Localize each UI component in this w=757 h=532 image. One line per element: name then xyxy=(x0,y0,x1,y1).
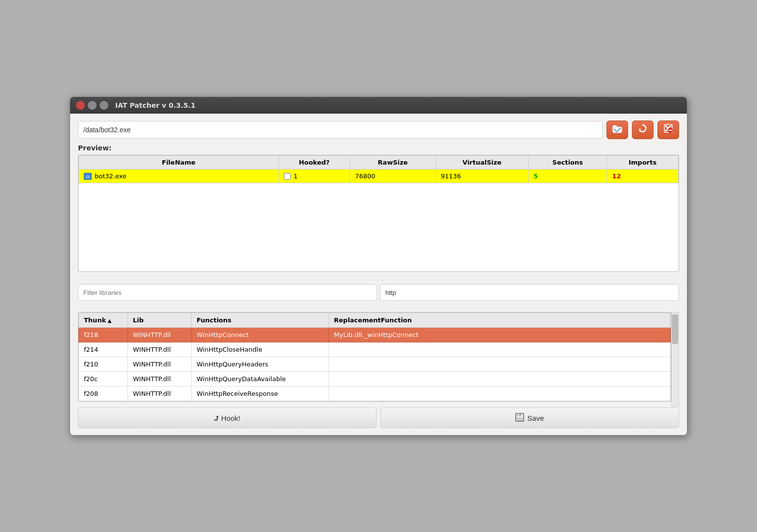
cell-replacement xyxy=(329,372,671,387)
functions-table: Thunk Lib Functions ReplacementFunction … xyxy=(78,313,671,401)
close-file-button[interactable] xyxy=(657,121,679,139)
cell-replacement xyxy=(329,387,671,401)
cell-lib: WINHTTP.dll xyxy=(128,357,192,372)
cell-replacement xyxy=(329,342,671,357)
functions-table-container: Thunk Lib Functions ReplacementFunction … xyxy=(78,312,671,402)
hook-button[interactable]: J Hook! xyxy=(78,408,377,428)
maximize-window-button[interactable] xyxy=(100,101,108,110)
table-row[interactable]: f210WINHTTP.dllWinHttpQueryHeaders xyxy=(79,357,671,372)
hook-label: Hook! xyxy=(221,414,240,422)
table-row[interactable]: 🗂bot32.exe 17680091136512 xyxy=(79,169,679,183)
cell-filename: 🗂bot32.exe xyxy=(79,169,279,183)
reload-button[interactable] xyxy=(632,121,654,139)
filter-functions-input[interactable] xyxy=(380,284,679,301)
functions-scroll-area: Thunk Lib Functions ReplacementFunction … xyxy=(78,312,671,407)
sections-value: 5 xyxy=(533,172,538,180)
preview-label: Preview: xyxy=(78,144,679,152)
filter-libraries-input[interactable] xyxy=(78,284,377,301)
col-header-functions[interactable]: Functions xyxy=(192,313,329,328)
col-header-virtsize[interactable]: VirtualSize xyxy=(435,155,528,169)
functions-table-outer: Thunk Lib Functions ReplacementFunction … xyxy=(78,312,679,407)
imports-value: 12 xyxy=(612,172,621,180)
cell-hooked: 1 xyxy=(278,169,350,183)
col-header-lib[interactable]: Lib xyxy=(128,313,192,328)
cell-replacement: MyLib.dll._winHttpConnect xyxy=(329,328,671,342)
cell-lib: WINHTTP.dll xyxy=(128,328,192,342)
hook-icon: J xyxy=(214,414,218,422)
content-area: /data/bot32.exe Preview: xyxy=(70,114,687,435)
cell-lib: WINHTTP.dll xyxy=(128,372,192,387)
col-header-imports[interactable]: Imports xyxy=(607,155,679,169)
cell-lib: WINHTTP.dll xyxy=(128,342,192,357)
cell-thunk: f214 xyxy=(79,342,128,357)
close-file-icon xyxy=(663,123,673,136)
open-file-button[interactable] xyxy=(606,121,628,139)
window-controls xyxy=(76,101,108,110)
cell-rawsize: 76800 xyxy=(350,169,436,183)
toolbar: /data/bot32.exe xyxy=(78,121,679,139)
svg-rect-10 xyxy=(517,417,523,421)
divider-handle[interactable]: · · · xyxy=(78,277,679,284)
preview-table-container: FileName Hooked? RawSize VirtualSize Sec… xyxy=(78,155,679,272)
open-file-icon xyxy=(612,123,623,136)
window-title: IAT Patcher v 0.3.5.1 xyxy=(115,101,196,109)
table-row[interactable]: f218WINHTTP.dllWinHttpConnectMyLib.dll._… xyxy=(79,328,671,342)
cell-func: WinHttpReceiveResponse xyxy=(192,387,329,401)
titlebar: IAT Patcher v 0.3.5.1 xyxy=(70,97,687,114)
vertical-scrollbar[interactable] xyxy=(671,312,679,407)
divider-handle-2[interactable]: · · · xyxy=(78,305,679,312)
cell-thunk: f218 xyxy=(79,328,128,342)
cell-sections: 5 xyxy=(529,169,607,183)
table-row[interactable]: f214WINHTTP.dllWinHttpCloseHandle xyxy=(79,342,671,357)
cell-replacement xyxy=(329,357,671,372)
cell-thunk: f20c xyxy=(79,372,128,387)
cell-func: WinHttpQueryHeaders xyxy=(192,357,329,372)
cell-func: WinHttpQueryDataAvailable xyxy=(192,372,329,387)
cell-thunk: f210 xyxy=(79,357,128,372)
cell-func: WinHttpCloseHandle xyxy=(192,342,329,357)
cell-thunk: f208 xyxy=(79,387,128,401)
hooked-value: 1 xyxy=(294,172,298,180)
table-row[interactable]: f20cWINHTTP.dllWinHttpQueryDataAvailable xyxy=(79,372,671,387)
scrollbar-thumb[interactable] xyxy=(672,314,678,344)
cell-imports: 12 xyxy=(607,169,679,183)
col-header-rawsize[interactable]: RawSize xyxy=(350,155,436,169)
close-window-button[interactable] xyxy=(76,101,85,110)
file-path-input[interactable]: /data/bot32.exe xyxy=(78,121,603,139)
col-header-thunk[interactable]: Thunk xyxy=(79,313,128,328)
save-button[interactable]: Save xyxy=(380,408,679,428)
preview-table: FileName Hooked? RawSize VirtualSize Sec… xyxy=(78,155,679,184)
col-header-hooked[interactable]: Hooked? xyxy=(278,155,350,169)
col-header-replacement[interactable]: ReplacementFunction xyxy=(329,313,671,328)
cell-virtsize: 91136 xyxy=(435,169,528,183)
cell-func: WinHttpConnect xyxy=(192,328,329,342)
table-row[interactable]: f208WINHTTP.dllWinHttpReceiveResponse xyxy=(79,387,671,401)
preview-empty-space xyxy=(78,183,679,271)
minimize-window-button[interactable] xyxy=(88,101,97,110)
cell-lib: WINHTTP.dll xyxy=(128,387,192,401)
col-header-sections[interactable]: Sections xyxy=(529,155,607,169)
hooked-checkbox[interactable] xyxy=(284,173,291,180)
save-icon xyxy=(515,413,524,423)
filter-row xyxy=(78,284,679,301)
save-label: Save xyxy=(527,414,544,422)
svg-rect-11 xyxy=(518,414,519,415)
bottom-bar: J Hook! Save xyxy=(78,408,679,428)
file-icon: 🗂 xyxy=(84,173,92,180)
col-header-filename[interactable]: FileName xyxy=(79,155,279,169)
reload-icon xyxy=(638,123,648,136)
main-window: IAT Patcher v 0.3.5.1 /data/bot32.exe xyxy=(70,97,687,436)
